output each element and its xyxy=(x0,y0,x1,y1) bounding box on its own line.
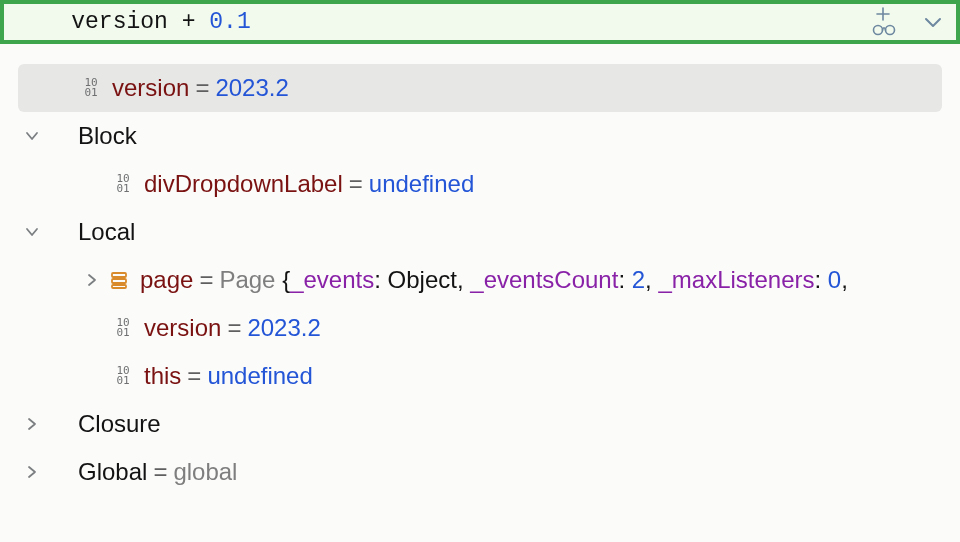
prop-key: _events xyxy=(290,266,374,295)
var-page[interactable]: page = Page { _events: Object, _eventsCo… xyxy=(18,256,942,304)
equals-sign: = xyxy=(343,170,369,199)
chevron-right-icon[interactable] xyxy=(18,464,46,480)
svg-rect-6 xyxy=(112,285,126,288)
var-class: Page xyxy=(219,266,275,295)
var-version[interactable]: 10 01 version = 2023.2 xyxy=(18,304,942,352)
scope-label: Closure xyxy=(78,410,161,439)
scope-local-header[interactable]: Local xyxy=(18,208,942,256)
prop-value: 2 xyxy=(632,266,645,295)
svg-point-2 xyxy=(874,26,883,35)
scope-block-header[interactable]: Block xyxy=(18,112,942,160)
equals-sign: = xyxy=(193,266,219,295)
primitive-icon: 10 01 xyxy=(110,366,136,386)
colon: : xyxy=(815,266,828,295)
expr-operator: + xyxy=(182,9,196,35)
scope-label: Block xyxy=(78,122,137,151)
scope-value: global xyxy=(173,458,237,487)
var-name: version xyxy=(144,314,221,343)
var-value: undefined xyxy=(369,170,474,199)
expr-number: 0.1 xyxy=(209,9,250,35)
primitive-icon: 10 01 xyxy=(110,318,136,338)
comma: , xyxy=(457,266,470,295)
colon: : xyxy=(374,266,387,295)
colon: : xyxy=(618,266,631,295)
equals-sign: = xyxy=(181,362,207,391)
var-name: page xyxy=(140,266,193,295)
prop-value: Object xyxy=(388,266,457,295)
chevron-down-icon[interactable] xyxy=(18,224,46,240)
trailing: , xyxy=(841,266,848,295)
evaluate-actions xyxy=(870,7,946,37)
chevron-down-icon[interactable] xyxy=(18,128,46,144)
prop-key: _maxListeners xyxy=(658,266,814,295)
var-this[interactable]: 10 01 this = undefined xyxy=(18,352,942,400)
expression-history-icon[interactable] xyxy=(924,16,942,28)
var-name: this xyxy=(144,362,181,391)
evaluation-result-row[interactable]: 10 01 version = 2023.2 xyxy=(18,64,942,112)
evaluate-expression-input[interactable]: version + 0.1 xyxy=(16,0,870,61)
primitive-icon: 10 01 xyxy=(110,174,136,194)
equals-sign: = xyxy=(189,74,215,103)
object-icon xyxy=(106,270,132,290)
expr-identifier: version xyxy=(71,9,168,35)
comma: , xyxy=(645,266,658,295)
equals-sign: = xyxy=(147,458,173,487)
chevron-right-icon[interactable] xyxy=(18,416,46,432)
variables-tree: 10 01 version = 2023.2 Block 10 01 divDr… xyxy=(0,44,960,506)
scope-closure-header[interactable]: Closure xyxy=(18,400,942,448)
scope-global-header[interactable]: Global = global xyxy=(18,448,942,496)
prop-value: 0 xyxy=(828,266,841,295)
scope-label: Local xyxy=(78,218,135,247)
var-value: 2023.2 xyxy=(247,314,320,343)
var-value: 2023.2 xyxy=(215,74,288,103)
primitive-icon: 10 01 xyxy=(78,78,104,98)
brace-open: { xyxy=(275,266,290,295)
svg-rect-4 xyxy=(112,273,126,277)
chevron-right-icon[interactable] xyxy=(78,272,106,288)
var-name: divDropdownLabel xyxy=(144,170,343,199)
evaluate-expression-bar[interactable]: version + 0.1 xyxy=(0,0,960,44)
equals-sign: = xyxy=(221,314,247,343)
prop-key: _eventsCount xyxy=(470,266,618,295)
add-to-watches-icon[interactable] xyxy=(870,7,896,37)
var-value: undefined xyxy=(207,362,312,391)
var-name: version xyxy=(112,74,189,103)
svg-rect-5 xyxy=(112,279,126,283)
svg-point-3 xyxy=(886,26,895,35)
scope-label: Global xyxy=(78,458,147,487)
var-divdropdownlabel[interactable]: 10 01 divDropdownLabel = undefined xyxy=(18,160,942,208)
